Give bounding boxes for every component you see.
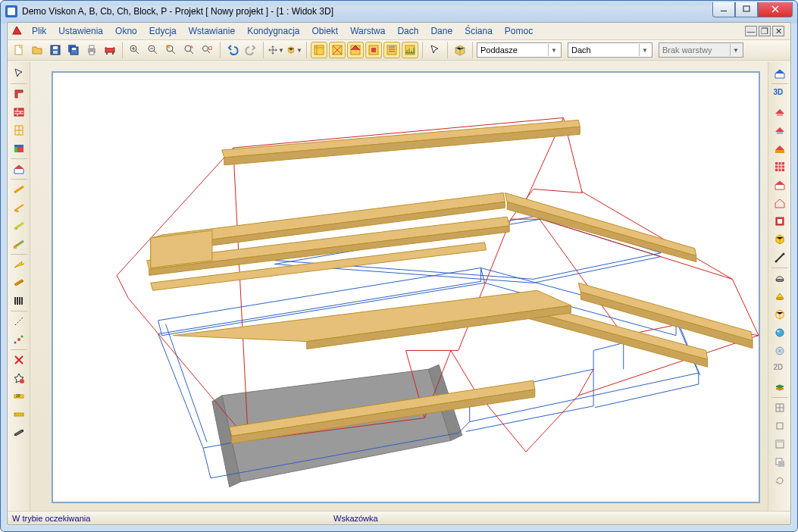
house-tool-button[interactable] bbox=[11, 161, 27, 177]
menu-pomoc[interactable]: Pomoc bbox=[499, 24, 539, 38]
new-file-button[interactable] bbox=[11, 42, 27, 58]
minimize-button[interactable] bbox=[712, 2, 735, 17]
zoom-all-button[interactable]: A bbox=[181, 42, 198, 58]
2d-mode-button[interactable]: 2D bbox=[771, 361, 788, 377]
delete-tool-button[interactable] bbox=[11, 352, 27, 368]
grid3-button[interactable] bbox=[771, 158, 788, 175]
light-button[interactable] bbox=[771, 343, 788, 359]
redo-button[interactable] bbox=[243, 42, 259, 58]
layer-combo[interactable]: Brak warstwy▼ bbox=[659, 42, 743, 58]
view-mode-2-button[interactable] bbox=[329, 42, 346, 58]
house-outline-button[interactable] bbox=[771, 195, 788, 211]
point-tool-button[interactable] bbox=[11, 331, 27, 348]
menu-plik[interactable]: Plik bbox=[26, 24, 52, 38]
cursor-tool-button[interactable] bbox=[11, 65, 27, 82]
shadow-button[interactable] bbox=[771, 454, 788, 471]
menu-obiekt[interactable]: Obiekt bbox=[306, 24, 345, 38]
package-button[interactable] bbox=[452, 42, 468, 58]
cube-yellow-button[interactable] bbox=[771, 231, 788, 248]
panel-red-button[interactable] bbox=[771, 213, 788, 230]
hatch-tool-button[interactable] bbox=[11, 293, 27, 309]
zoom-in-button[interactable] bbox=[127, 42, 143, 58]
move-button[interactable]: ▼ bbox=[268, 42, 284, 58]
cursor-select-button[interactable] bbox=[427, 42, 443, 58]
print-button[interactable] bbox=[83, 42, 100, 58]
close-button[interactable] bbox=[758, 2, 793, 17]
rafter2-tool-button[interactable] bbox=[11, 199, 27, 216]
cube-button[interactable]: ▼ bbox=[286, 42, 302, 58]
view-mode-6-button[interactable] bbox=[402, 42, 418, 58]
wall-tool-button[interactable] bbox=[11, 104, 27, 120]
floor-combo[interactable]: Poddasze▼ bbox=[477, 42, 562, 58]
wire-button[interactable] bbox=[771, 249, 788, 266]
svg-point-21 bbox=[203, 46, 208, 52]
window-frame: Demo Viskon A, B, Cb, Ch, Block, P - Pro… bbox=[0, 0, 798, 532]
rafter4-tool-button[interactable] bbox=[11, 236, 27, 252]
maximize-button[interactable] bbox=[735, 2, 758, 17]
menu-sciana[interactable]: Ściana bbox=[458, 24, 499, 38]
save-all-button[interactable] bbox=[65, 42, 82, 58]
line-tool-button[interactable] bbox=[11, 313, 27, 330]
cube-outline-button[interactable] bbox=[771, 306, 788, 323]
menu-ustawienia[interactable]: Ustawienia bbox=[52, 24, 109, 38]
grid-small-button[interactable] bbox=[771, 399, 788, 416]
open-file-button[interactable] bbox=[29, 42, 45, 58]
rafter1-tool-button[interactable] bbox=[11, 181, 27, 198]
3d-viewport[interactable] bbox=[52, 71, 760, 503]
svg-rect-66 bbox=[777, 132, 783, 134]
ruler1-tool-button[interactable]: 10 bbox=[11, 388, 27, 405]
menu-wstawianie[interactable]: Wstawianie bbox=[183, 24, 241, 38]
zoom-out-button[interactable] bbox=[145, 42, 161, 58]
prism-button[interactable] bbox=[771, 288, 788, 305]
view-mode-3-button[interactable] bbox=[347, 42, 364, 58]
svg-rect-9 bbox=[89, 45, 94, 49]
rotate-button[interactable] bbox=[771, 472, 788, 489]
undo-button[interactable] bbox=[224, 42, 241, 58]
window-tool-button[interactable] bbox=[11, 122, 27, 139]
svg-rect-27 bbox=[371, 48, 376, 52]
svg-rect-10 bbox=[89, 52, 94, 55]
square-button[interactable] bbox=[771, 418, 788, 434]
roof-red-button[interactable] bbox=[771, 104, 788, 120]
arrow-y-tool-button[interactable] bbox=[11, 256, 27, 273]
view-mode-1-button[interactable] bbox=[311, 42, 327, 58]
status-left: W trybie oczekiwania bbox=[12, 514, 90, 523]
statusbar: W trybie oczekiwania Wskazówka bbox=[8, 511, 790, 524]
house-red-button[interactable] bbox=[771, 177, 788, 193]
element-combo[interactable]: Dach▼ bbox=[568, 42, 652, 58]
sphere-button[interactable] bbox=[771, 324, 788, 341]
zoom-omega-button[interactable]: Ω bbox=[199, 42, 216, 58]
mdi-minimize-button[interactable]: — bbox=[745, 26, 757, 36]
thickness-button[interactable] bbox=[771, 436, 788, 452]
view-mode-4-button[interactable] bbox=[365, 42, 382, 58]
3d-mode-button[interactable]: 3D bbox=[771, 86, 788, 102]
menu-kondygnacja[interactable]: Kondygnacja bbox=[241, 24, 305, 38]
zoom-window-button[interactable] bbox=[163, 42, 180, 58]
menu-dach[interactable]: Dach bbox=[391, 24, 424, 38]
svg-rect-3 bbox=[53, 46, 58, 49]
svg-marker-51 bbox=[507, 202, 696, 261]
ruler2-tool-button[interactable] bbox=[11, 406, 27, 423]
roof-orange-button[interactable] bbox=[771, 140, 788, 157]
mdi-restore-button[interactable]: ❐ bbox=[759, 26, 771, 36]
corner-tool-button[interactable] bbox=[11, 86, 27, 102]
layers-button[interactable] bbox=[771, 379, 788, 396]
beam-tool-button[interactable] bbox=[11, 424, 27, 441]
app-icon bbox=[5, 5, 17, 17]
home-view-button[interactable] bbox=[771, 65, 788, 82]
roof-blue-button[interactable] bbox=[771, 122, 788, 139]
menu-edycja[interactable]: Edycja bbox=[143, 24, 183, 38]
rafter3-tool-button[interactable] bbox=[11, 217, 27, 234]
layer-combo-value: Brak warstwy bbox=[662, 45, 727, 55]
plotter-button[interactable] bbox=[102, 42, 118, 58]
board-tool-button[interactable] bbox=[11, 274, 27, 291]
save-button[interactable] bbox=[47, 42, 64, 58]
menu-okno[interactable]: Okno bbox=[109, 24, 143, 38]
dome-button[interactable] bbox=[771, 270, 788, 286]
wall-color-tool-button[interactable] bbox=[11, 140, 27, 157]
menu-warstwa[interactable]: Warstwa bbox=[344, 24, 391, 38]
menu-dane[interactable]: Dane bbox=[424, 24, 458, 38]
mark-tool-button[interactable] bbox=[11, 370, 27, 386]
view-mode-5-button[interactable] bbox=[383, 42, 400, 58]
mdi-close-button[interactable]: ✕ bbox=[772, 26, 784, 36]
